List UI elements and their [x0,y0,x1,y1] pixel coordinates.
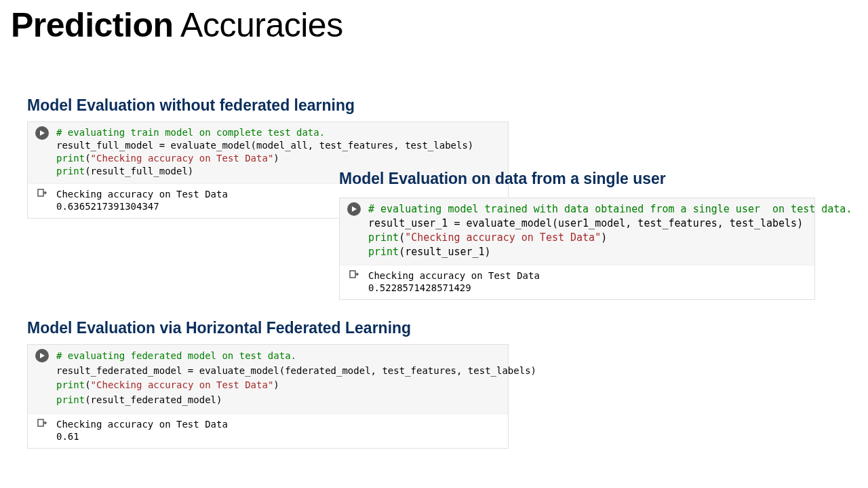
play-icon [39,130,45,136]
run-button-3[interactable] [35,349,49,362]
svg-marker-4 [40,353,45,358]
output-icon [37,418,47,429]
svg-marker-0 [40,130,45,136]
output-gutter-1 [28,184,56,218]
section-heading-1: Model Evaluation without federated learn… [27,96,509,115]
title-bold: Prediction [11,6,173,44]
page-title: Prediction Accuracies [11,7,857,44]
slide: Prediction Accuracies Model Evaluation w… [0,0,868,92]
output-gutter-2 [340,265,368,299]
output-gutter-3 [28,414,56,448]
run-button-2[interactable] [347,202,361,216]
output-icon [37,188,47,199]
svg-rect-3 [350,271,355,278]
run-gutter-3 [28,345,56,413]
run-gutter-2 [340,198,368,265]
run-gutter-1 [28,122,56,183]
svg-rect-1 [38,189,43,196]
run-button-1[interactable] [35,126,49,140]
section-single-user: Model Evaluation on data from a single u… [339,170,815,300]
code-block-3: # evaluating federated model on test dat… [56,345,542,413]
code-cell-3: # evaluating federated model on test dat… [27,344,509,449]
play-icon [351,206,357,212]
cell-input-2: # evaluating model trained with data obt… [340,198,814,265]
cell-output-2: Checking accuracy on Test Data 0.5228571… [340,265,814,299]
code-cell-2: # evaluating model trained with data obt… [339,198,815,300]
section-heading-3: Model Evaluation via Horizontal Federate… [27,319,509,337]
cell-input-3: # evaluating federated model on test dat… [28,345,508,414]
cell-output-3: Checking accuracy on Test Data 0.61 [28,414,508,448]
code-block-2: # evaluating model trained with data obt… [368,198,857,265]
section-federated: Model Evaluation via Horizontal Federate… [27,319,509,449]
title-light: Accuracies [173,6,342,44]
output-icon [349,269,359,280]
play-icon [39,352,45,359]
output-text-2: Checking accuracy on Test Data 0.5228571… [368,265,814,299]
svg-marker-2 [352,206,357,212]
section-heading-2: Model Evaluation on data from a single u… [339,170,815,188]
output-text-3: Checking accuracy on Test Data 0.61 [56,414,508,448]
svg-rect-5 [38,419,43,426]
